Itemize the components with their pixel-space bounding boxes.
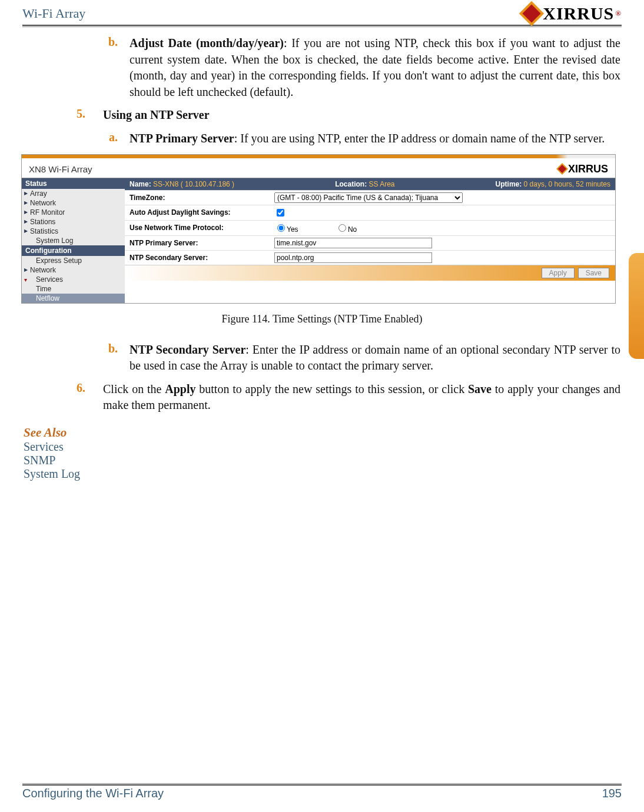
ntp-primary-input[interactable] xyxy=(274,238,432,248)
nav-item-netflow[interactable]: Netflow xyxy=(22,294,125,303)
step6-apply-bold: Apply xyxy=(165,382,195,395)
ntp-secondary-paragraph: NTP Secondary Server: Enter the IP addre… xyxy=(130,342,620,374)
nav-item-services[interactable]: Services xyxy=(22,275,125,284)
time-settings-screenshot: XIRRUS XN8 Wi-Fi Array Status Array Netw… xyxy=(21,154,616,304)
step6-save-bold: Save xyxy=(468,382,492,395)
step6-mid: button to apply the new settings to this… xyxy=(195,382,468,395)
dst-checkbox[interactable] xyxy=(277,209,284,217)
sub-marker-a: a. xyxy=(59,131,130,147)
nav-item-statistics[interactable]: Statistics xyxy=(22,227,125,236)
footer-rule-bottom xyxy=(22,784,622,786)
see-also-link-system-log[interactable]: System Log xyxy=(24,467,620,481)
ntp-primary-bold: NTP Primary Server xyxy=(130,132,234,145)
info-uptime-label: Uptime: xyxy=(496,180,522,188)
step6-pre: Click on the xyxy=(103,382,165,395)
timezone-select[interactable]: (GMT - 08:00) Pacific Time (US & Canada)… xyxy=(274,192,463,203)
footer-section-title: Configuring the Wi-Fi Array xyxy=(22,787,164,800)
step-6-paragraph: Click on the Apply button to apply the n… xyxy=(103,381,620,414)
info-uptime-value: 0 days, 0 hours, 52 minutes xyxy=(524,180,610,188)
info-name-value: SS-XN8 ( 10.100.47.186 ) xyxy=(153,180,234,188)
footer-rule-top xyxy=(22,783,622,784)
adjust-date-bold: Adjust Date (month/day/year) xyxy=(130,36,284,49)
nav-config-header[interactable]: Configuration xyxy=(22,245,125,256)
apply-button[interactable]: Apply xyxy=(542,268,575,278)
ntp-no-text: No xyxy=(348,225,357,234)
screenshot-logo-text: XIRRUS xyxy=(568,163,608,175)
ntp-secondary-label: NTP Secondary Server: xyxy=(125,252,270,264)
page-header-title: Wi-Fi Array xyxy=(22,6,85,21)
logo-text: XIRRUS xyxy=(543,4,614,24)
use-ntp-label: Use Network Time Protocol: xyxy=(125,222,270,234)
ntp-no-label[interactable]: No xyxy=(336,225,357,234)
step-5-title: Using an NTP Server xyxy=(103,107,620,124)
info-location-value: SS Area xyxy=(369,180,395,188)
info-location-label: Location: xyxy=(335,180,367,188)
screenshot-logo-diamond-icon xyxy=(558,165,566,173)
ntp-primary-text: : If you are using NTP, enter the IP add… xyxy=(234,132,605,145)
nav-item-system-log[interactable]: System Log xyxy=(22,236,125,245)
footer-page-number: 195 xyxy=(602,787,622,800)
see-also-link-snmp[interactable]: SNMP xyxy=(24,454,620,467)
ntp-yes-label[interactable]: Yes xyxy=(274,225,298,234)
info-name-label: Name: xyxy=(130,180,151,188)
ntp-yes-text: Yes xyxy=(287,225,298,234)
nav-item-express-setup[interactable]: Express Setup xyxy=(22,256,125,265)
save-button[interactable]: Save xyxy=(578,268,609,278)
nav-item-network-2[interactable]: Network xyxy=(22,265,125,275)
step-5-marker: 5. xyxy=(44,107,103,124)
ntp-no-radio[interactable] xyxy=(338,224,346,232)
timezone-label: TimeZone: xyxy=(125,192,270,204)
header-logo: XIRRUS ® xyxy=(525,4,622,24)
ntp-secondary-input[interactable] xyxy=(274,252,432,263)
nav-item-rf-monitor[interactable]: RF Monitor xyxy=(22,208,125,217)
figure-caption: Figure 114. Time Settings (NTP Time Enab… xyxy=(24,313,620,325)
step-6-marker: 6. xyxy=(44,381,103,414)
nav-item-stations[interactable]: Stations xyxy=(22,217,125,227)
dst-label: Auto Adjust Daylight Savings: xyxy=(125,207,270,218)
header-rule-bottom xyxy=(22,26,622,27)
header-rule-top xyxy=(22,25,622,26)
see-also-link-services[interactable]: Services xyxy=(24,440,620,454)
see-also-heading: See Also xyxy=(24,425,620,440)
logo-diamond-icon xyxy=(523,4,541,22)
screenshot-nav: Status Array Network RF Monitor Stations… xyxy=(22,178,125,303)
nav-item-network[interactable]: Network xyxy=(22,198,125,208)
ntp-secondary-bold: NTP Secondary Server xyxy=(130,343,245,356)
ntp-primary-paragraph: NTP Primary Server: If you are using NTP… xyxy=(130,131,620,147)
ntp-yes-radio[interactable] xyxy=(277,224,285,232)
sub-marker-b: b. xyxy=(59,35,130,100)
screenshot-title: XN8 Wi-Fi Array xyxy=(22,158,615,178)
logo-trademark: ® xyxy=(615,9,622,18)
screenshot-info-bar: Name: SS-XN8 ( 10.100.47.186 ) Location:… xyxy=(125,178,615,190)
nav-item-array[interactable]: Array xyxy=(22,189,125,198)
nav-status-header[interactable]: Status xyxy=(22,178,125,189)
screenshot-logo: XIRRUS xyxy=(559,163,608,175)
sub-marker-b2: b. xyxy=(59,342,130,374)
ntp-primary-label: NTP Primary Server: xyxy=(125,237,270,249)
chapter-side-tab xyxy=(629,253,644,359)
nav-item-time[interactable]: Time xyxy=(22,284,125,294)
adjust-date-paragraph: Adjust Date (month/day/year): If you are… xyxy=(130,35,620,100)
